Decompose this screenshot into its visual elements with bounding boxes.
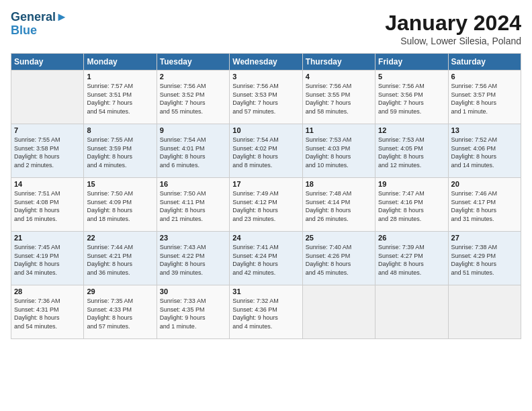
cell-info: Sunrise: 7:53 AM Sunset: 4:03 PM Dayligh…	[306, 136, 372, 169]
cell-info: Sunrise: 7:36 AM Sunset: 4:31 PM Dayligh…	[14, 297, 81, 330]
day-number: 29	[87, 287, 153, 295]
day-number: 2	[160, 73, 226, 81]
cell-info: Sunrise: 7:51 AM Sunset: 4:08 PM Dayligh…	[14, 189, 81, 223]
day-number: 21	[14, 234, 81, 242]
cell-info: Sunrise: 7:39 AM Sunset: 4:27 PM Dayligh…	[378, 243, 445, 277]
calendar-cell: 28Sunrise: 7:36 AM Sunset: 4:31 PM Dayli…	[11, 285, 84, 339]
calendar-cell	[448, 285, 521, 339]
day-number: 12	[378, 126, 445, 134]
calendar-cell: 9Sunrise: 7:54 AM Sunset: 4:01 PM Daylig…	[157, 124, 229, 178]
calendar-cell: 10Sunrise: 7:54 AM Sunset: 4:02 PM Dayli…	[230, 124, 302, 178]
cell-info: Sunrise: 7:57 AM Sunset: 3:51 PM Dayligh…	[87, 82, 153, 116]
day-number: 5	[378, 73, 445, 81]
cell-info: Sunrise: 7:56 AM Sunset: 3:57 PM Dayligh…	[451, 82, 518, 116]
cell-info: Sunrise: 7:56 AM Sunset: 3:55 PM Dayligh…	[306, 82, 372, 116]
calendar-week-row: 1Sunrise: 7:57 AM Sunset: 3:51 PM Daylig…	[11, 71, 521, 124]
cell-info: Sunrise: 7:46 AM Sunset: 4:17 PM Dayligh…	[451, 189, 518, 223]
calendar-cell: 11Sunrise: 7:53 AM Sunset: 4:03 PM Dayli…	[302, 124, 375, 178]
day-number: 28	[14, 287, 81, 295]
day-number: 13	[451, 126, 518, 134]
day-number: 18	[306, 180, 372, 188]
day-number: 27	[451, 234, 518, 242]
day-number: 22	[87, 234, 153, 242]
day-number: 14	[14, 180, 81, 188]
calendar-cell: 23Sunrise: 7:43 AM Sunset: 4:22 PM Dayli…	[157, 232, 229, 285]
calendar-cell: 16Sunrise: 7:50 AM Sunset: 4:11 PM Dayli…	[157, 178, 229, 232]
day-number: 6	[451, 73, 518, 81]
cell-info: Sunrise: 7:49 AM Sunset: 4:12 PM Dayligh…	[232, 189, 299, 223]
day-header: Wednesday	[230, 54, 302, 71]
day-number: 30	[160, 287, 226, 295]
calendar-cell: 29Sunrise: 7:35 AM Sunset: 4:33 PM Dayli…	[84, 285, 157, 339]
cell-info: Sunrise: 7:40 AM Sunset: 4:26 PM Dayligh…	[306, 243, 372, 277]
cell-info: Sunrise: 7:33 AM Sunset: 4:35 PM Dayligh…	[160, 297, 226, 330]
cell-info: Sunrise: 7:56 AM Sunset: 3:53 PM Dayligh…	[232, 82, 299, 116]
header: General► Blue January 2024 Sulow, Lower …	[11, 11, 521, 46]
day-header: Sunday	[11, 54, 84, 71]
cell-info: Sunrise: 7:48 AM Sunset: 4:14 PM Dayligh…	[306, 189, 372, 223]
location-subtitle: Sulow, Lower Silesia, Poland	[385, 36, 521, 46]
calendar-cell: 25Sunrise: 7:40 AM Sunset: 4:26 PM Dayli…	[302, 232, 375, 285]
cell-info: Sunrise: 7:54 AM Sunset: 4:01 PM Dayligh…	[160, 136, 226, 169]
cell-info: Sunrise: 7:38 AM Sunset: 4:29 PM Dayligh…	[451, 243, 518, 277]
day-header: Thursday	[302, 54, 375, 71]
title-block: January 2024 Sulow, Lower Silesia, Polan…	[385, 11, 521, 46]
day-number: 4	[306, 73, 372, 81]
day-number: 24	[232, 234, 299, 242]
calendar-cell	[302, 285, 375, 339]
cell-info: Sunrise: 7:41 AM Sunset: 4:24 PM Dayligh…	[232, 243, 299, 277]
calendar-cell	[375, 285, 448, 339]
day-header: Monday	[84, 54, 157, 71]
day-number: 31	[232, 287, 299, 295]
calendar-cell: 8Sunrise: 7:55 AM Sunset: 3:59 PM Daylig…	[84, 124, 157, 178]
day-number: 11	[306, 126, 372, 134]
cell-info: Sunrise: 7:32 AM Sunset: 4:36 PM Dayligh…	[232, 297, 299, 330]
day-header: Friday	[375, 54, 448, 71]
day-number: 26	[378, 234, 445, 242]
calendar-cell: 15Sunrise: 7:50 AM Sunset: 4:09 PM Dayli…	[84, 178, 157, 232]
calendar-cell: 3Sunrise: 7:56 AM Sunset: 3:53 PM Daylig…	[230, 71, 302, 124]
calendar-cell: 31Sunrise: 7:32 AM Sunset: 4:36 PM Dayli…	[230, 285, 302, 339]
calendar-cell: 17Sunrise: 7:49 AM Sunset: 4:12 PM Dayli…	[230, 178, 302, 232]
calendar-cell: 20Sunrise: 7:46 AM Sunset: 4:17 PM Dayli…	[448, 178, 521, 232]
calendar-cell: 5Sunrise: 7:56 AM Sunset: 3:56 PM Daylig…	[375, 71, 448, 124]
cell-info: Sunrise: 7:53 AM Sunset: 4:05 PM Dayligh…	[378, 136, 445, 169]
calendar-cell: 7Sunrise: 7:55 AM Sunset: 3:58 PM Daylig…	[11, 124, 84, 178]
day-number: 9	[160, 126, 226, 134]
day-number: 7	[14, 126, 81, 134]
calendar-cell: 1Sunrise: 7:57 AM Sunset: 3:51 PM Daylig…	[84, 71, 157, 124]
calendar-cell: 13Sunrise: 7:52 AM Sunset: 4:06 PM Dayli…	[448, 124, 521, 178]
calendar-cell: 30Sunrise: 7:33 AM Sunset: 4:35 PM Dayli…	[157, 285, 229, 339]
cell-info: Sunrise: 7:54 AM Sunset: 4:02 PM Dayligh…	[232, 136, 299, 169]
calendar-cell: 14Sunrise: 7:51 AM Sunset: 4:08 PM Dayli…	[11, 178, 84, 232]
calendar-cell: 26Sunrise: 7:39 AM Sunset: 4:27 PM Dayli…	[375, 232, 448, 285]
day-number: 23	[160, 234, 226, 242]
cell-info: Sunrise: 7:47 AM Sunset: 4:16 PM Dayligh…	[378, 189, 445, 223]
calendar-cell: 4Sunrise: 7:56 AM Sunset: 3:55 PM Daylig…	[302, 71, 375, 124]
calendar-table: SundayMondayTuesdayWednesdayThursdayFrid…	[11, 53, 521, 339]
day-number: 25	[306, 234, 372, 242]
calendar-cell: 19Sunrise: 7:47 AM Sunset: 4:16 PM Dayli…	[375, 178, 448, 232]
day-number: 19	[378, 180, 445, 188]
cell-info: Sunrise: 7:56 AM Sunset: 3:52 PM Dayligh…	[160, 82, 226, 116]
calendar-week-row: 7Sunrise: 7:55 AM Sunset: 3:58 PM Daylig…	[11, 124, 521, 178]
day-number: 8	[87, 126, 153, 134]
day-number: 1	[87, 73, 153, 81]
calendar-cell: 2Sunrise: 7:56 AM Sunset: 3:52 PM Daylig…	[157, 71, 229, 124]
day-number: 3	[232, 73, 299, 81]
calendar-cell	[11, 71, 84, 124]
calendar-cell: 22Sunrise: 7:44 AM Sunset: 4:21 PM Dayli…	[84, 232, 157, 285]
main-container: General► Blue January 2024 Sulow, Lower …	[0, 0, 532, 346]
calendar-week-row: 14Sunrise: 7:51 AM Sunset: 4:08 PM Dayli…	[11, 178, 521, 232]
calendar-cell: 6Sunrise: 7:56 AM Sunset: 3:57 PM Daylig…	[448, 71, 521, 124]
cell-info: Sunrise: 7:52 AM Sunset: 4:06 PM Dayligh…	[451, 136, 518, 169]
calendar-cell: 12Sunrise: 7:53 AM Sunset: 4:05 PM Dayli…	[375, 124, 448, 178]
cell-info: Sunrise: 7:44 AM Sunset: 4:21 PM Dayligh…	[87, 243, 153, 277]
calendar-cell: 24Sunrise: 7:41 AM Sunset: 4:24 PM Dayli…	[230, 232, 302, 285]
day-number: 15	[87, 180, 153, 188]
cell-info: Sunrise: 7:45 AM Sunset: 4:19 PM Dayligh…	[14, 243, 81, 277]
calendar-week-row: 21Sunrise: 7:45 AM Sunset: 4:19 PM Dayli…	[11, 232, 521, 285]
day-header: Tuesday	[157, 54, 229, 71]
calendar-cell: 18Sunrise: 7:48 AM Sunset: 4:14 PM Dayli…	[302, 178, 375, 232]
month-title: January 2024	[385, 11, 521, 36]
